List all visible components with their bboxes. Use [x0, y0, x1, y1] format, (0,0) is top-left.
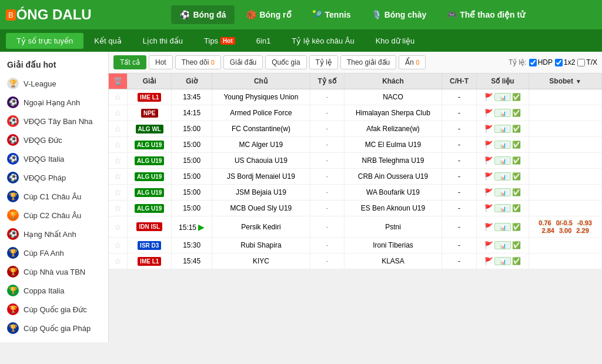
- sidebar-item-coppa[interactable]: 🏆 Coppa Italia: [0, 281, 108, 300]
- cht-cell: -: [442, 201, 476, 216]
- tx-checkbox[interactable]: [577, 59, 585, 66]
- cht-cell: -: [442, 238, 476, 253]
- sbobet-dropdown-icon[interactable]: ▼: [576, 78, 581, 85]
- filter-quocgia[interactable]: Quốc gia: [265, 55, 306, 69]
- 1x2-checkbox-label[interactable]: 1x2: [555, 58, 575, 66]
- chart-icon[interactable]: 📊: [494, 141, 511, 149]
- star-icon[interactable]: ☆: [114, 108, 122, 118]
- star-icon[interactable]: ☆: [114, 140, 122, 149]
- score-cell: -: [310, 137, 344, 153]
- bundesliga-icon: ⚽: [7, 134, 19, 146]
- star-cell: ☆: [109, 137, 128, 153]
- action-icons: 🚩 📊 ✅: [480, 204, 525, 212]
- filter-hot[interactable]: Hot: [149, 55, 173, 69]
- stats-cell: 🚩 📊 ✅: [476, 238, 529, 253]
- subnav-6in1[interactable]: 6in1: [246, 33, 282, 49]
- time-cell: 14:15: [172, 105, 212, 121]
- live-icon: ▶: [198, 222, 205, 232]
- flag-icon: 🚩: [484, 93, 493, 101]
- sidebar-item-premier[interactable]: ⚽ Ngoại Hạng Anh: [0, 93, 108, 112]
- odds-3: -0.93: [577, 219, 592, 226]
- subnav-ketqua[interactable]: Kết quả: [83, 33, 132, 49]
- ucl-icon: 🏆: [7, 191, 19, 202]
- league-badge: IDN ISL: [136, 222, 162, 231]
- filter-tyle[interactable]: Tỷ lệ: [309, 55, 338, 69]
- filter-theodoi[interactable]: Theo dõi 0: [175, 55, 221, 69]
- chart-icon[interactable]: 📊: [494, 156, 511, 165]
- chart-icon[interactable]: 📊: [494, 257, 511, 265]
- nav-bongchay[interactable]: 🎙️ Bóng chày: [363, 5, 436, 24]
- sidebar-item-spanishcup[interactable]: 🏆 Cúp Nhà vua TBN: [0, 262, 108, 281]
- championship-icon: ⚽: [7, 228, 19, 240]
- sidebar-item-championship[interactable]: ⚽ Hạng Nhất Anh: [0, 225, 108, 243]
- nav-esport[interactable]: 🎮 Thể thao điện tử: [438, 5, 534, 24]
- time-cell: 15:00: [172, 201, 212, 216]
- filter-giaodau[interactable]: Giải đấu: [223, 55, 263, 69]
- subnav-khodulieu[interactable]: Kho dữ liệu: [365, 33, 426, 49]
- hdp-checkbox[interactable]: [529, 59, 537, 66]
- hdp-label: HDP: [538, 58, 553, 66]
- star-icon[interactable]: ☆: [114, 222, 122, 232]
- th-cht: C/H-T: [442, 74, 476, 89]
- filter-tatca[interactable]: Tất cả: [113, 55, 146, 69]
- sidebar-item-label: Ngoại Hạng Anh: [24, 98, 80, 107]
- hdp-checkbox-label[interactable]: HDP: [529, 58, 553, 66]
- flag-icon: 🚩: [484, 172, 493, 181]
- star-cell: ☆: [109, 238, 128, 253]
- 1x2-checkbox[interactable]: [555, 59, 563, 66]
- star-icon[interactable]: ☆: [114, 92, 122, 102]
- sidebar-item-label: Cúp Quốc gia Đức: [24, 305, 87, 314]
- sidebar-item-ucl[interactable]: 🏆 Cúp C1 Châu Âu: [0, 187, 108, 206]
- sidebar-item-facup[interactable]: 🏆 Cúp FA Anh: [0, 243, 108, 262]
- stats-cell: 🚩 📊 ✅: [476, 201, 529, 216]
- chart-icon[interactable]: 📊: [494, 223, 511, 231]
- check-icon: ✅: [512, 141, 521, 149]
- sidebar-item-uel[interactable]: 🏆 Cúp C2 Châu Âu: [0, 206, 108, 225]
- subnav-tips[interactable]: Tips Hot: [193, 33, 246, 49]
- sidebar-item-laliga[interactable]: ⚽ VĐQG Tây Ban Nha: [0, 112, 108, 131]
- nav-bongro[interactable]: 🏀 Bóng rổ: [238, 5, 300, 24]
- star-icon[interactable]: ☆: [114, 241, 122, 250]
- chart-icon[interactable]: 📊: [494, 204, 511, 212]
- star-icon[interactable]: ☆: [114, 203, 122, 213]
- sidebar-item-seriea[interactable]: ⚽ VĐQG Italia: [0, 149, 108, 168]
- subnav-tylechau[interactable]: Tỷ lệ kèo châu Âu: [281, 33, 364, 49]
- action-icons: 🚩 📊 ✅: [480, 109, 525, 117]
- theodoi-count: 0: [211, 59, 215, 66]
- cht-cell: -: [442, 89, 476, 105]
- main-content: Tất cả Hot Theo dõi 0 Giải đấu Quốc gia …: [109, 52, 602, 342]
- sidebar-item-ligue1[interactable]: ⚽ VĐQG Pháp: [0, 168, 108, 187]
- star-icon[interactable]: ☆: [114, 256, 122, 266]
- chart-icon[interactable]: 📊: [494, 188, 511, 196]
- star-icon[interactable]: ☆: [114, 172, 122, 181]
- flag-icon: 🚩: [484, 156, 493, 165]
- sidebar-item-vleague[interactable]: 🏆 V-League: [0, 74, 108, 93]
- nav-tennis[interactable]: 🎾 Tennis: [303, 5, 360, 24]
- stats-cell: 🚩 📊 ✅: [476, 169, 529, 185]
- sidebar-item-coupdefrance[interactable]: 🏆 Cúp Quốc gia Pháp: [0, 319, 108, 338]
- star-icon[interactable]: ☆: [114, 156, 122, 165]
- chart-icon[interactable]: 📊: [494, 125, 511, 133]
- filter-theogiaodau[interactable]: Theo giải đấu: [340, 55, 396, 69]
- action-icons: 🚩 📊 ✅: [480, 241, 525, 249]
- chart-icon[interactable]: 📊: [494, 109, 511, 117]
- star-icon[interactable]: ☆: [114, 124, 122, 133]
- logo[interactable]: B ÓNG DALU: [6, 6, 92, 23]
- tx-checkbox-label[interactable]: T/X: [577, 58, 597, 66]
- subnav-tysotructuyen[interactable]: Tỷ số trực tuyến: [6, 33, 83, 49]
- match-time: 15:15: [179, 223, 196, 232]
- subnav-lichthi[interactable]: Lịch thi đấu: [132, 33, 193, 49]
- chart-icon[interactable]: 📊: [494, 93, 511, 101]
- score-cell: -: [310, 185, 344, 201]
- chart-icon[interactable]: 📊: [494, 172, 511, 181]
- sidebar-item-label: Cúp FA Anh: [24, 249, 64, 258]
- odds-group: 0.76 0/-0.5 -0.93 2.84 3.00 2.29: [533, 219, 598, 234]
- filter-an[interactable]: Ẩn 0: [399, 55, 426, 69]
- sidebar-item-label: Cúp Quốc gia Pháp: [24, 324, 91, 333]
- star-icon[interactable]: ☆: [114, 188, 122, 197]
- action-icons: 🚩 📊 ✅: [480, 172, 525, 181]
- nav-bongda[interactable]: ⚽ Bóng đá: [171, 5, 235, 24]
- chart-icon[interactable]: 📊: [494, 241, 511, 249]
- sidebar-item-dfb[interactable]: 🏆 Cúp Quốc gia Đức: [0, 300, 108, 319]
- sidebar-item-bundesliga[interactable]: ⚽ VĐQG Đức: [0, 131, 108, 149]
